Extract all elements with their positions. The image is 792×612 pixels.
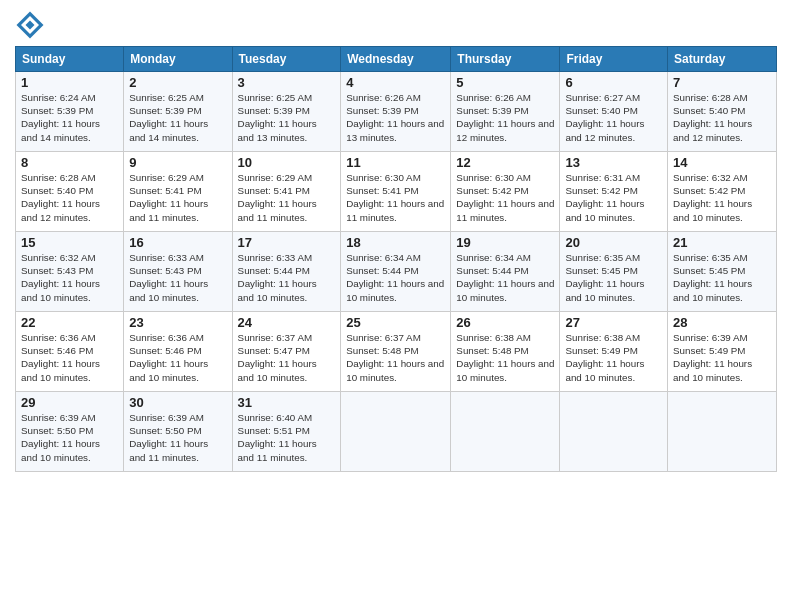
day-number: 28 <box>673 315 771 330</box>
week-row-1: 1Sunrise: 6:24 AMSunset: 5:39 PMDaylight… <box>16 72 777 152</box>
day-cell: 25Sunrise: 6:37 AMSunset: 5:48 PMDayligh… <box>341 312 451 392</box>
day-info: Sunrise: 6:31 AMSunset: 5:42 PMDaylight:… <box>565 171 662 224</box>
day-number: 31 <box>238 395 336 410</box>
day-info: Sunrise: 6:40 AMSunset: 5:51 PMDaylight:… <box>238 411 336 464</box>
day-info: Sunrise: 6:30 AMSunset: 5:41 PMDaylight:… <box>346 171 445 224</box>
day-info: Sunrise: 6:24 AMSunset: 5:39 PMDaylight:… <box>21 91 118 144</box>
day-cell: 18Sunrise: 6:34 AMSunset: 5:44 PMDayligh… <box>341 232 451 312</box>
day-cell: 17Sunrise: 6:33 AMSunset: 5:44 PMDayligh… <box>232 232 341 312</box>
day-number: 3 <box>238 75 336 90</box>
day-info: Sunrise: 6:38 AMSunset: 5:48 PMDaylight:… <box>456 331 554 384</box>
day-cell: 14Sunrise: 6:32 AMSunset: 5:42 PMDayligh… <box>668 152 777 232</box>
day-number: 9 <box>129 155 226 170</box>
day-number: 22 <box>21 315 118 330</box>
day-cell <box>668 392 777 472</box>
day-number: 4 <box>346 75 445 90</box>
header-tuesday: Tuesday <box>232 47 341 72</box>
day-info: Sunrise: 6:39 AMSunset: 5:49 PMDaylight:… <box>673 331 771 384</box>
calendar-body: 1Sunrise: 6:24 AMSunset: 5:39 PMDaylight… <box>16 72 777 472</box>
day-cell: 2Sunrise: 6:25 AMSunset: 5:39 PMDaylight… <box>124 72 232 152</box>
day-cell: 6Sunrise: 6:27 AMSunset: 5:40 PMDaylight… <box>560 72 668 152</box>
logo-icon <box>15 10 45 40</box>
header-row: SundayMondayTuesdayWednesdayThursdayFrid… <box>16 47 777 72</box>
day-cell: 11Sunrise: 6:30 AMSunset: 5:41 PMDayligh… <box>341 152 451 232</box>
day-cell: 21Sunrise: 6:35 AMSunset: 5:45 PMDayligh… <box>668 232 777 312</box>
week-row-3: 15Sunrise: 6:32 AMSunset: 5:43 PMDayligh… <box>16 232 777 312</box>
day-info: Sunrise: 6:29 AMSunset: 5:41 PMDaylight:… <box>238 171 336 224</box>
day-info: Sunrise: 6:36 AMSunset: 5:46 PMDaylight:… <box>21 331 118 384</box>
header-friday: Friday <box>560 47 668 72</box>
day-info: Sunrise: 6:25 AMSunset: 5:39 PMDaylight:… <box>129 91 226 144</box>
day-cell <box>451 392 560 472</box>
calendar-header: SundayMondayTuesdayWednesdayThursdayFrid… <box>16 47 777 72</box>
day-info: Sunrise: 6:36 AMSunset: 5:46 PMDaylight:… <box>129 331 226 384</box>
day-info: Sunrise: 6:28 AMSunset: 5:40 PMDaylight:… <box>21 171 118 224</box>
day-cell <box>560 392 668 472</box>
day-cell: 10Sunrise: 6:29 AMSunset: 5:41 PMDayligh… <box>232 152 341 232</box>
day-number: 8 <box>21 155 118 170</box>
day-info: Sunrise: 6:38 AMSunset: 5:49 PMDaylight:… <box>565 331 662 384</box>
day-cell: 4Sunrise: 6:26 AMSunset: 5:39 PMDaylight… <box>341 72 451 152</box>
day-number: 23 <box>129 315 226 330</box>
day-number: 13 <box>565 155 662 170</box>
day-number: 30 <box>129 395 226 410</box>
day-info: Sunrise: 6:37 AMSunset: 5:48 PMDaylight:… <box>346 331 445 384</box>
day-info: Sunrise: 6:27 AMSunset: 5:40 PMDaylight:… <box>565 91 662 144</box>
day-info: Sunrise: 6:32 AMSunset: 5:43 PMDaylight:… <box>21 251 118 304</box>
day-number: 16 <box>129 235 226 250</box>
day-number: 18 <box>346 235 445 250</box>
header-saturday: Saturday <box>668 47 777 72</box>
day-number: 11 <box>346 155 445 170</box>
day-number: 5 <box>456 75 554 90</box>
day-number: 29 <box>21 395 118 410</box>
day-cell: 9Sunrise: 6:29 AMSunset: 5:41 PMDaylight… <box>124 152 232 232</box>
day-info: Sunrise: 6:28 AMSunset: 5:40 PMDaylight:… <box>673 91 771 144</box>
day-cell: 3Sunrise: 6:25 AMSunset: 5:39 PMDaylight… <box>232 72 341 152</box>
day-number: 7 <box>673 75 771 90</box>
day-number: 17 <box>238 235 336 250</box>
day-cell: 12Sunrise: 6:30 AMSunset: 5:42 PMDayligh… <box>451 152 560 232</box>
day-number: 20 <box>565 235 662 250</box>
day-cell: 15Sunrise: 6:32 AMSunset: 5:43 PMDayligh… <box>16 232 124 312</box>
day-info: Sunrise: 6:25 AMSunset: 5:39 PMDaylight:… <box>238 91 336 144</box>
day-info: Sunrise: 6:32 AMSunset: 5:42 PMDaylight:… <box>673 171 771 224</box>
day-cell: 30Sunrise: 6:39 AMSunset: 5:50 PMDayligh… <box>124 392 232 472</box>
day-info: Sunrise: 6:26 AMSunset: 5:39 PMDaylight:… <box>456 91 554 144</box>
day-info: Sunrise: 6:34 AMSunset: 5:44 PMDaylight:… <box>456 251 554 304</box>
day-info: Sunrise: 6:39 AMSunset: 5:50 PMDaylight:… <box>21 411 118 464</box>
day-cell: 19Sunrise: 6:34 AMSunset: 5:44 PMDayligh… <box>451 232 560 312</box>
page-header <box>15 10 777 40</box>
day-number: 21 <box>673 235 771 250</box>
day-number: 15 <box>21 235 118 250</box>
logo <box>15 10 47 40</box>
day-cell: 16Sunrise: 6:33 AMSunset: 5:43 PMDayligh… <box>124 232 232 312</box>
day-cell: 13Sunrise: 6:31 AMSunset: 5:42 PMDayligh… <box>560 152 668 232</box>
day-info: Sunrise: 6:35 AMSunset: 5:45 PMDaylight:… <box>673 251 771 304</box>
day-number: 27 <box>565 315 662 330</box>
day-cell: 22Sunrise: 6:36 AMSunset: 5:46 PMDayligh… <box>16 312 124 392</box>
day-number: 1 <box>21 75 118 90</box>
day-cell: 28Sunrise: 6:39 AMSunset: 5:49 PMDayligh… <box>668 312 777 392</box>
header-wednesday: Wednesday <box>341 47 451 72</box>
week-row-5: 29Sunrise: 6:39 AMSunset: 5:50 PMDayligh… <box>16 392 777 472</box>
week-row-2: 8Sunrise: 6:28 AMSunset: 5:40 PMDaylight… <box>16 152 777 232</box>
day-cell: 29Sunrise: 6:39 AMSunset: 5:50 PMDayligh… <box>16 392 124 472</box>
day-info: Sunrise: 6:29 AMSunset: 5:41 PMDaylight:… <box>129 171 226 224</box>
day-info: Sunrise: 6:39 AMSunset: 5:50 PMDaylight:… <box>129 411 226 464</box>
day-info: Sunrise: 6:30 AMSunset: 5:42 PMDaylight:… <box>456 171 554 224</box>
calendar-table: SundayMondayTuesdayWednesdayThursdayFrid… <box>15 46 777 472</box>
day-cell: 24Sunrise: 6:37 AMSunset: 5:47 PMDayligh… <box>232 312 341 392</box>
day-cell: 8Sunrise: 6:28 AMSunset: 5:40 PMDaylight… <box>16 152 124 232</box>
week-row-4: 22Sunrise: 6:36 AMSunset: 5:46 PMDayligh… <box>16 312 777 392</box>
day-cell <box>341 392 451 472</box>
day-info: Sunrise: 6:34 AMSunset: 5:44 PMDaylight:… <box>346 251 445 304</box>
day-number: 26 <box>456 315 554 330</box>
day-cell: 31Sunrise: 6:40 AMSunset: 5:51 PMDayligh… <box>232 392 341 472</box>
header-thursday: Thursday <box>451 47 560 72</box>
day-cell: 7Sunrise: 6:28 AMSunset: 5:40 PMDaylight… <box>668 72 777 152</box>
day-info: Sunrise: 6:35 AMSunset: 5:45 PMDaylight:… <box>565 251 662 304</box>
day-cell: 27Sunrise: 6:38 AMSunset: 5:49 PMDayligh… <box>560 312 668 392</box>
day-number: 10 <box>238 155 336 170</box>
day-info: Sunrise: 6:37 AMSunset: 5:47 PMDaylight:… <box>238 331 336 384</box>
day-number: 25 <box>346 315 445 330</box>
